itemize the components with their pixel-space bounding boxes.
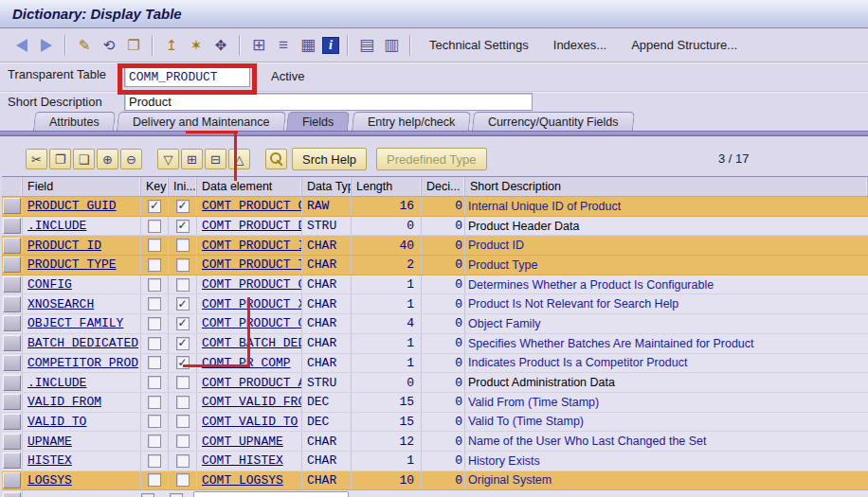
row-select-button[interactable] bbox=[2, 452, 23, 470]
field-name-link[interactable]: VALID_FROM bbox=[27, 395, 101, 409]
field-name-link[interactable]: .INCLUDE bbox=[27, 219, 86, 233]
row-select-button[interactable] bbox=[2, 354, 23, 373]
row-select-handle[interactable] bbox=[3, 492, 21, 497]
initial-value-checkbox[interactable] bbox=[176, 435, 190, 448]
row-select-button[interactable] bbox=[2, 471, 23, 490]
key-checkbox[interactable] bbox=[148, 200, 161, 213]
column-header-ini-[interactable]: Ini... bbox=[169, 177, 197, 196]
initial-value-checkbox[interactable] bbox=[176, 317, 190, 330]
column-header-data-element[interactable]: Data element bbox=[197, 177, 302, 196]
row-select-button[interactable] bbox=[2, 294, 23, 313]
initial-value-checkbox[interactable] bbox=[176, 473, 190, 487]
tab-entry-help-check[interactable]: Entry help/check bbox=[352, 112, 472, 131]
row-select-handle[interactable] bbox=[3, 296, 21, 312]
row-select-handle[interactable] bbox=[3, 315, 21, 331]
table-contents-icon[interactable]: ▦ bbox=[298, 36, 318, 55]
key-checkbox[interactable] bbox=[148, 297, 161, 311]
tab-delivery-and-maintenance[interactable]: Delivery and Maintenance bbox=[117, 112, 286, 131]
row-select-button[interactable] bbox=[2, 275, 23, 294]
copy-icon[interactable]: ❐ bbox=[49, 149, 71, 169]
row-select-button[interactable] bbox=[2, 256, 23, 275]
row-select-handle[interactable] bbox=[3, 355, 21, 371]
paste-icon[interactable]: ❑ bbox=[73, 149, 95, 169]
row-select-handle[interactable] bbox=[3, 198, 21, 214]
column-header-key[interactable]: Key bbox=[141, 177, 169, 196]
row-select-handle[interactable] bbox=[3, 238, 21, 254]
info-icon[interactable]: i bbox=[322, 37, 339, 54]
field-name-link[interactable]: .INCLUDE bbox=[27, 376, 86, 390]
row-select-handle[interactable] bbox=[3, 335, 21, 351]
key-checkbox[interactable] bbox=[148, 337, 161, 350]
data-element-link[interactable]: COMT_UPNAME bbox=[202, 435, 283, 449]
column-header-deci-[interactable]: Deci... bbox=[422, 177, 465, 196]
key-checkbox[interactable] bbox=[148, 317, 161, 330]
field-name-link[interactable]: UPNAME bbox=[27, 435, 72, 449]
key-checkbox[interactable] bbox=[148, 220, 161, 233]
initial-value-checkbox[interactable] bbox=[176, 376, 190, 389]
row-select-handle[interactable] bbox=[3, 453, 21, 469]
copy-object-icon[interactable]: ❐ bbox=[123, 36, 144, 55]
filter-icon[interactable]: ▽ bbox=[157, 149, 179, 169]
key-checkbox[interactable] bbox=[148, 258, 161, 272]
hierarchy-icon[interactable]: ⊞ bbox=[248, 36, 269, 55]
row-select-button[interactable] bbox=[2, 197, 23, 216]
key-checkbox[interactable] bbox=[148, 473, 161, 487]
data-element-link[interactable]: COMT_PRODUCT_DA.. bbox=[202, 219, 302, 233]
tab-fields[interactable]: Fields bbox=[286, 112, 350, 131]
data-element-link[interactable]: COMT_PR_COMP bbox=[202, 356, 291, 370]
data-element-link[interactable]: COMT_BATCH_DEDI.. bbox=[202, 336, 302, 350]
row-select-button[interactable] bbox=[2, 314, 23, 333]
row-select-handle[interactable] bbox=[3, 257, 21, 273]
refresh-icon[interactable]: ⟲ bbox=[99, 36, 119, 55]
initial-value-checkbox[interactable] bbox=[176, 278, 190, 292]
key-checkbox[interactable] bbox=[148, 376, 161, 389]
initial-value-checkbox[interactable] bbox=[176, 258, 190, 272]
runtime-object-icon[interactable]: ▤ bbox=[356, 36, 377, 55]
field-name-link[interactable]: BATCH_DEDICATED bbox=[27, 336, 138, 350]
field-name-link[interactable]: VALID_TO bbox=[27, 415, 86, 429]
tab-attributes[interactable]: Attributes bbox=[33, 112, 116, 131]
data-element-link[interactable]: COMT_PRODUCT_ADM bbox=[202, 376, 302, 390]
field-name-link[interactable]: COMPETITOR_PROD bbox=[27, 356, 138, 370]
key-checkbox[interactable] bbox=[148, 435, 161, 448]
data-element-link[interactable]: COMT_VALID_TO bbox=[202, 415, 298, 429]
key-icon[interactable] bbox=[265, 149, 287, 169]
srch-help-button[interactable]: Srch Help bbox=[292, 148, 367, 170]
row-select-button[interactable] bbox=[2, 373, 23, 392]
cut-icon[interactable]: ✂ bbox=[26, 149, 47, 169]
field-name-link[interactable]: OBJECT_FAMILY bbox=[27, 316, 123, 330]
row-select-button[interactable] bbox=[2, 393, 23, 412]
row-select-button[interactable] bbox=[2, 413, 23, 432]
column-header-data-type[interactable]: Data Type bbox=[302, 177, 352, 196]
row-select-handle[interactable] bbox=[3, 434, 21, 450]
key-checkbox[interactable] bbox=[148, 239, 161, 252]
table-name-input[interactable]: COMM_PRODUCT bbox=[124, 66, 250, 87]
back-icon[interactable] bbox=[11, 36, 32, 55]
field-name-link[interactable]: HISTEX bbox=[27, 453, 72, 468]
tab-currency-quantity-fields[interactable]: Currency/Quantity Fields bbox=[472, 112, 635, 131]
initial-value-checkbox[interactable] bbox=[176, 356, 190, 369]
column-header-short-description[interactable]: Short Description bbox=[465, 177, 868, 196]
row-select-handle[interactable] bbox=[3, 394, 21, 410]
initial-value-checkbox[interactable] bbox=[176, 415, 190, 428]
field-name-link[interactable]: CONFIG bbox=[27, 277, 72, 292]
indexes-button[interactable]: Indexes... bbox=[553, 38, 606, 52]
insert-row-icon[interactable]: ⊕ bbox=[97, 149, 118, 169]
delete-entry-icon[interactable]: ⊟ bbox=[205, 149, 226, 169]
data-element-link[interactable]: COMT_PRODUCT_CO.. bbox=[202, 277, 302, 292]
forward-icon[interactable] bbox=[36, 36, 57, 55]
initial-value-checkbox[interactable] bbox=[176, 239, 190, 252]
data-element-link[interactable]: COMT_HISTEX bbox=[202, 453, 283, 468]
delete-row-icon[interactable]: ⊖ bbox=[120, 149, 142, 169]
predefined-type-button[interactable]: Predefined Type bbox=[376, 148, 486, 170]
field-name-link[interactable]: LOGSYS bbox=[27, 473, 72, 488]
field-name-link[interactable]: PRODUCT_TYPE bbox=[27, 257, 117, 272]
row-select-button[interactable] bbox=[2, 334, 23, 353]
column-header-length[interactable]: Length bbox=[352, 177, 422, 196]
data-element-link[interactable]: COMT_PRODUCT_TY.. bbox=[202, 257, 302, 272]
initial-value-checkbox[interactable] bbox=[176, 297, 190, 311]
initial-value-checkbox[interactable] bbox=[176, 396, 190, 409]
row-select-handle[interactable] bbox=[3, 375, 21, 391]
data-element-input[interactable] bbox=[193, 491, 349, 497]
data-element-link[interactable]: COMT_PRODUCT_OB.. bbox=[202, 316, 302, 330]
